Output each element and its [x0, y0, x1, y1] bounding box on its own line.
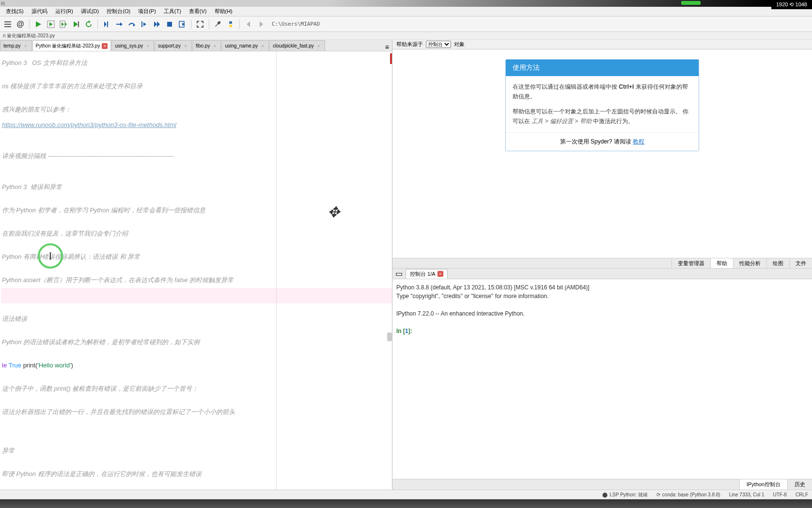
python-icon[interactable] [225, 18, 236, 30]
code-line: 语法分析器指出了出错的一行，并且在最先找到的错误的位置标记了一个小小的箭头 [1, 404, 392, 420]
taskbar[interactable] [0, 499, 812, 508]
code-editor[interactable]: ✥ I Python 3 OS 文件和目录方法 os 模块提供了非常丰富的方法用… [0, 51, 392, 490]
code-line [1, 94, 392, 102]
working-dir-path: C:\Users\MIAPAD [268, 21, 810, 27]
wrench-icon[interactable] [212, 18, 224, 30]
menu-run[interactable]: 运行(R) [51, 7, 77, 16]
close-icon[interactable]: × [260, 43, 265, 49]
at-icon[interactable]: @ [15, 18, 26, 30]
run-cell-icon[interactable] [45, 18, 57, 30]
close-icon[interactable]: × [145, 43, 151, 49]
close-icon[interactable]: × [316, 43, 322, 49]
console-tab[interactable]: 控制台 1/A× [406, 269, 448, 279]
code-line: le True print('Hello world') [1, 358, 392, 373]
menu-console[interactable]: 控制台(O) [103, 7, 134, 16]
code-line: Python 3 错误和异常 [1, 179, 392, 195]
menu-tools[interactable]: 工具(T) [160, 7, 185, 16]
stop-icon[interactable] [164, 18, 175, 30]
run-icon[interactable] [32, 18, 44, 30]
tab-ipython-console[interactable]: IPython控制台 [739, 479, 787, 490]
editor-pane: temp.py× Python 量化编程基础-2023.py× using_sy… [0, 40, 392, 490]
code-line: 即便 Python 程序的语法是正确的，在运行它的时候，也有可能发生错误 [1, 466, 392, 482]
debug-step-out-icon[interactable] [139, 18, 150, 30]
tab-temp[interactable]: temp.py× [0, 40, 32, 51]
outline-icon[interactable] [2, 18, 14, 30]
tab-files[interactable]: 文件 [789, 258, 812, 268]
svg-marker-19 [157, 21, 160, 27]
code-line: Python 3 OS 文件和目录方法 [1, 55, 392, 71]
code-line [1, 71, 392, 79]
code-line [1, 428, 392, 435]
exit-debug-icon[interactable] [176, 18, 188, 30]
console-pane: ▭ 控制台 1/A× Python 3.8.8 (default, Apr 13… [392, 269, 812, 490]
tab-fibo[interactable]: fibo.py× [192, 40, 221, 51]
editor-tabs: temp.py× Python 量化编程基础-2023.py× using_sy… [0, 40, 392, 51]
code-line [1, 397, 392, 404]
debug-continue-icon[interactable] [151, 18, 163, 30]
tab-history[interactable]: 历史 [787, 479, 812, 490]
tab-main-active[interactable]: Python 量化编程基础-2023.py× [32, 40, 111, 51]
close-icon[interactable]: × [437, 271, 443, 277]
tabs-menu-icon[interactable]: ≡ [382, 43, 392, 51]
run-selection-icon[interactable] [70, 18, 82, 30]
svg-marker-22 [182, 23, 185, 26]
menu-find[interactable]: 查找(S) [2, 7, 28, 16]
rerun-icon[interactable] [83, 18, 94, 30]
svg-marker-23 [247, 21, 250, 27]
code-line: 讲座视频分隔线 --------------------------------… [1, 148, 392, 164]
code-line [1, 435, 392, 443]
console-options-icon[interactable]: ▭ [392, 269, 406, 278]
close-icon[interactable]: × [23, 43, 29, 49]
menu-view[interactable]: 查看(V) [185, 7, 211, 16]
svg-marker-8 [65, 22, 67, 26]
code-line: Python assert（断言）用于判断一个表达式，在表达式条件为 false… [1, 272, 392, 288]
tab-cloudpickle[interactable]: cloudpickle_fast.py× [269, 40, 325, 51]
console-output[interactable]: Python 3.8.8 (default, Apr 13 2021, 15:0… [392, 279, 812, 479]
svg-marker-3 [36, 21, 41, 27]
code-line [1, 133, 392, 141]
fullscreen-icon[interactable] [194, 18, 206, 30]
close-icon[interactable]: × [183, 43, 188, 49]
debug-step-into-icon[interactable] [101, 18, 112, 30]
run-cell-advance-icon[interactable] [58, 18, 69, 30]
code-line [1, 373, 392, 381]
help-source-label: 帮助来源于 [396, 41, 423, 48]
right-pane: 帮助来源于 控制台 对象 使用方法 在这里你可以通过在编辑器或者终端中按 Ctr… [392, 40, 812, 490]
column-ruler [276, 51, 277, 490]
nav-back-icon[interactable] [243, 18, 254, 30]
svg-rect-1 [4, 24, 11, 25]
svg-marker-18 [154, 21, 157, 27]
code-line: 这个例子中，函数 print() 被检查到有错误，是它前面缺少了一个冒号： [1, 381, 392, 397]
menu-debug[interactable]: 调试(D) [77, 7, 103, 16]
code-line [1, 327, 392, 334]
tab-variable-explorer[interactable]: 变量管理器 [671, 258, 710, 268]
menu-source[interactable]: 源代码 [28, 7, 51, 16]
tab-using-sys[interactable]: using_sys.py× [111, 40, 154, 51]
debug-step-icon[interactable] [113, 18, 125, 30]
svg-rect-2 [4, 26, 11, 27]
tab-profiler[interactable]: 性能分析 [733, 258, 766, 268]
code-line [1, 350, 392, 358]
tab-using-name[interactable]: using_name.py× [221, 40, 269, 51]
svg-rect-13 [116, 24, 120, 25]
scroll-marker [390, 53, 392, 64]
menu-help[interactable]: 帮助(H) [211, 7, 236, 16]
svg-rect-12 [107, 21, 108, 27]
tab-help[interactable]: 帮助 [710, 258, 733, 268]
help-header: 帮助来源于 控制台 对象 [392, 40, 812, 49]
svg-rect-0 [4, 21, 11, 22]
close-icon[interactable]: × [102, 43, 108, 49]
tutorial-link[interactable]: 教程 [633, 138, 644, 145]
help-source-select[interactable]: 控制台 [426, 41, 451, 48]
code-line: 感兴趣的朋友可以参考： [1, 102, 392, 117]
status-eol: CRLF [796, 492, 808, 497]
tab-plots[interactable]: 绘图 [766, 258, 789, 268]
code-line [1, 459, 392, 466]
close-icon[interactable]: × [212, 43, 218, 49]
scrollbar-thumb[interactable] [387, 333, 392, 341]
debug-step-over-icon[interactable] [126, 18, 138, 30]
tab-support[interactable]: support.py× [155, 40, 192, 51]
nav-forward-icon[interactable] [255, 18, 267, 30]
code-line [1, 164, 392, 172]
menu-project[interactable]: 项目(P) [134, 7, 160, 16]
